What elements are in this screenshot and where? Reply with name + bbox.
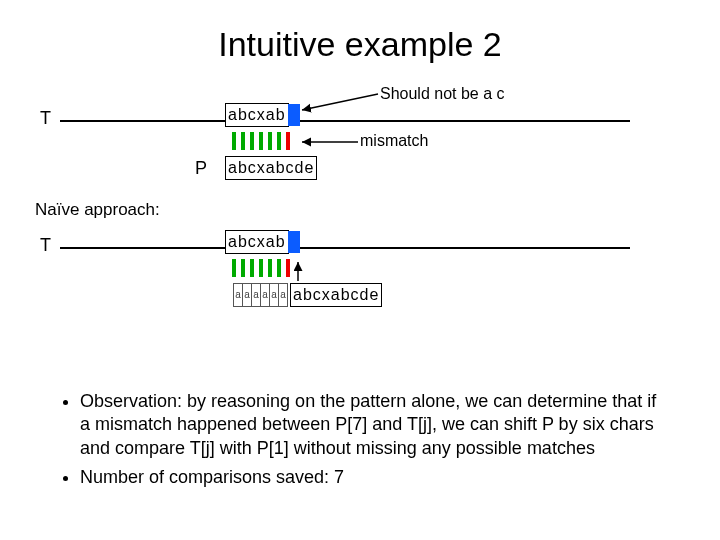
ghost-shift-cell: a: [278, 283, 288, 307]
observation-bullets: Observation: by reasoning on the pattern…: [60, 390, 670, 496]
ghost-shifts: aaaaaa: [233, 283, 287, 307]
bullet-item: Number of comparisons saved: 7: [80, 466, 670, 489]
p-pattern-bottom: abcxabcde: [290, 283, 382, 307]
bullet-item: Observation: by reasoning on the pattern…: [80, 390, 670, 460]
